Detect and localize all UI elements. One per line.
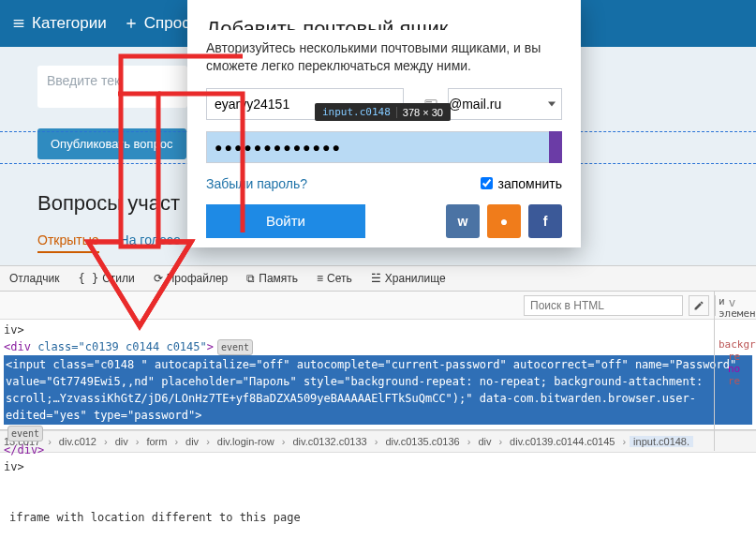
ask-question-input[interactable]: Введите тек [37, 66, 187, 108]
iframe-warning: iframe with location different to this p… [9, 511, 301, 524]
devtools-tabbar: Отладчик { }Стили ⟳Профайлер ⧉Память ≡Се… [0, 265, 756, 292]
tooltip-selector: input.c0148 [322, 106, 391, 118]
ask-menu[interactable]: Спрос [124, 14, 190, 33]
devtools-styles-sidebar[interactable]: и элемент backgr re no re [714, 292, 756, 451]
inspector-highlight-handle [549, 131, 562, 163]
devtools-search-row: v [0, 292, 756, 320]
edit-button[interactable] [689, 295, 709, 316]
fb-button[interactable]: f [528, 204, 562, 238]
categories-label: Категории [32, 14, 107, 33]
remember-checkbox[interactable]: запомнить [481, 176, 562, 191]
tooltip-dimensions: 378 × 30 [403, 107, 443, 118]
forgot-password-link[interactable]: Забыли пароль? [206, 176, 307, 191]
tab-storage[interactable]: ☱Хранилище [365, 272, 452, 285]
chevron-down-icon [548, 100, 556, 108]
tab-styles[interactable]: { }Стили [72, 272, 140, 285]
password-input[interactable] [206, 131, 562, 163]
password-row [206, 131, 562, 163]
plus-icon [124, 16, 139, 31]
domain-label: @mail.ru [449, 97, 501, 112]
tab-voting[interactable]: На голосо [120, 232, 181, 253]
code-line-1: iv> [4, 322, 752, 338]
login-modal: Добавить почтовый ящик Авторизуйтесь нес… [187, 0, 581, 247]
tab-debugger[interactable]: Отладчик [4, 272, 65, 285]
ok-button[interactable]: ● [487, 204, 521, 238]
social-row: w ● f [446, 204, 562, 238]
pencil-icon [693, 300, 704, 311]
list-icon [11, 16, 26, 31]
modal-title: Добавить почтовый ящик [206, 17, 562, 30]
login-button[interactable]: Войти [206, 204, 365, 238]
svg-rect-3 [430, 101, 431, 102]
devtools-html-panel[interactable]: iv> <div class="c0139 c0144 c0145">event… [0, 320, 756, 430]
ask-label: Спрос [144, 14, 190, 33]
domain-select[interactable]: @mail.ru [448, 88, 562, 120]
vk-button[interactable]: w [446, 204, 480, 238]
tab-network[interactable]: ≡Сеть [311, 272, 358, 285]
publish-button[interactable]: Опубликовать вопрос [37, 128, 186, 159]
code-line-4: </div> [4, 442, 752, 458]
tab-open[interactable]: Открытые [37, 232, 99, 253]
tab-profiler[interactable]: ⟳Профайлер [148, 272, 234, 285]
html-search-input[interactable] [524, 295, 683, 316]
svg-rect-2 [428, 101, 429, 102]
inspector-tooltip: input.c0148 378 × 30 [315, 103, 451, 121]
remember-checkbox-input[interactable] [481, 177, 493, 189]
code-selected-line[interactable]: <input class="c0148 " autocapitalize="of… [4, 355, 752, 425]
svg-rect-1 [426, 101, 427, 102]
remember-label: запомнить [498, 176, 562, 191]
code-line-5: iv> [4, 458, 752, 475]
code-line-2: <div class="c0139 c0144 c0145">event [4, 338, 752, 355]
tab-memory[interactable]: ⧉Память [241, 272, 304, 285]
modal-description: Авторизуйтесь несколькими почтовыми ящик… [206, 39, 562, 75]
categories-menu[interactable]: Категории [11, 14, 107, 33]
